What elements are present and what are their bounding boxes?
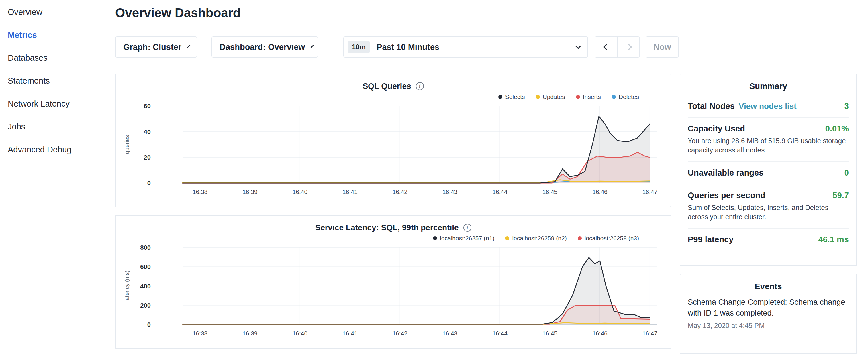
time-next-button[interactable] [617,37,639,57]
svg-text:200: 200 [140,302,151,309]
svg-text:16:39: 16:39 [242,189,258,195]
summary-row-capacity-used: Capacity Used 0.01% You are using 28.6 M… [688,118,849,162]
event-text: Schema Change Completed: Schema change w… [688,297,849,319]
now-button[interactable]: Now [646,36,679,58]
svg-text:16:47: 16:47 [643,189,658,195]
legend-label: localhost:26258 (n3) [585,235,639,242]
svg-text:16:40: 16:40 [292,189,308,195]
sql-queries-plot: 16:3816:3916:4016:4116:4216:4316:4416:45… [116,102,671,202]
graph-scope-dropdown[interactable]: Graph: Cluster [115,36,197,58]
summary-label: Capacity Used [688,124,745,133]
series-color-dot [505,236,509,240]
summary-description: Sum of Selects, Updates, Inserts, and De… [688,203,849,222]
chevron-down-icon [576,43,581,49]
svg-text:0: 0 [147,180,151,187]
chevron-left-icon [603,44,610,51]
svg-text:600: 600 [140,263,151,270]
summary-title: Summary [688,74,849,95]
chart-title-row: Service Latency: SQL, 99th percentile [116,216,671,233]
sidebar-item-overview[interactable]: Overview [0,1,115,24]
svg-text:40: 40 [144,128,151,135]
chevron-right-icon [625,44,632,51]
sidebar-item-network-latency[interactable]: Network Latency [0,92,115,115]
sidebar-item-databases[interactable]: Databases [0,46,115,69]
chart-title: SQL Queries [363,82,411,91]
sidebar-item-label: Metrics [8,30,37,40]
legend-item: localhost:26257 (n1) [433,235,494,242]
summary-row-p99-latency: P99 latency 46.1 ms [688,229,849,251]
legend-label: Updates [543,93,565,100]
time-prev-button[interactable] [595,37,617,57]
summary-value: 0 [844,168,849,178]
series-color-dot [612,95,616,99]
svg-text:800: 800 [140,244,151,251]
svg-text:queries: queries [124,135,130,154]
sidebar-item-jobs[interactable]: Jobs [0,115,115,138]
series-color-dot [536,95,540,99]
service-latency-chart-card: Service Latency: SQL, 99th percentile lo… [115,215,671,349]
legend-item: Deletes [612,93,639,100]
svg-text:16:46: 16:46 [592,330,608,336]
events-title: Events [688,275,849,295]
service-latency-plot: 16:3816:3916:4016:4116:4216:4316:4416:45… [116,243,671,344]
svg-text:60: 60 [144,102,151,110]
events-panel: Events Schema Change Completed: Schema c… [680,274,857,354]
sidebar-item-advanced-debug[interactable]: Advanced Debug [0,138,115,161]
dashboard-label: Dashboard: Overview [219,42,305,52]
svg-text:20: 20 [144,154,151,161]
svg-text:16:41: 16:41 [342,189,358,195]
info-icon[interactable] [416,82,424,90]
svg-text:16:43: 16:43 [442,189,458,195]
chart-legend: localhost:26257 (n1) localhost:26259 (n2… [116,233,671,243]
sidebar-item-label: Overview [8,7,42,17]
time-window-dropdown[interactable]: 10m Past 10 Minutes [343,36,588,58]
sql-queries-chart-card: SQL Queries Selects Updates Inserts Dele… [115,74,671,207]
summary-panel: Summary Total NodesView nodes list 3 Cap… [680,74,857,266]
sidebar-item-label: Statements [8,76,50,86]
series-color-dot [498,95,502,99]
time-pager [595,36,640,58]
svg-text:16:38: 16:38 [192,330,208,336]
graph-scope-label: Graph: Cluster [123,42,181,52]
view-nodes-list-link[interactable]: View nodes list [739,102,797,110]
time-window-label: Past 10 Minutes [376,42,439,52]
sidebar-item-statements[interactable]: Statements [0,69,115,92]
chart-legend: Selects Updates Inserts Deletes [116,92,671,102]
event-item[interactable]: Schema Change Completed: Schema change w… [688,297,849,330]
legend-label: Inserts [583,93,601,100]
chevron-down-icon [311,45,314,48]
sidebar-item-label: Network Latency [8,99,70,108]
sidebar-item-label: Databases [8,53,48,63]
svg-text:16:44: 16:44 [492,330,507,336]
legend-item: Updates [536,93,565,100]
info-icon[interactable] [463,224,471,232]
legend-item: Inserts [576,93,601,100]
svg-text:16:45: 16:45 [542,330,558,336]
dashboard-dropdown[interactable]: Dashboard: Overview [212,36,318,58]
summary-row-queries-per-second: Queries per second 59.7 Sum of Selects, … [688,185,849,229]
svg-text:16:46: 16:46 [592,189,608,195]
chart-title-row: SQL Queries [116,74,671,92]
summary-value: 46.1 ms [818,235,849,244]
chart-title: Service Latency: SQL, 99th percentile [315,223,459,232]
svg-text:400: 400 [140,283,151,290]
sidebar-item-metrics[interactable]: Metrics [0,24,115,46]
svg-text:16:44: 16:44 [492,189,507,195]
summary-label: P99 latency [688,235,734,244]
summary-row-total-nodes: Total NodesView nodes list 3 [688,95,849,118]
chevron-down-icon [187,45,190,48]
svg-text:16:40: 16:40 [292,330,308,336]
legend-label: Selects [505,93,525,100]
svg-text:16:42: 16:42 [392,330,407,336]
legend-item: Selects [498,93,525,100]
svg-text:0: 0 [147,321,151,328]
sidebar: Overview Metrics Databases Statements Ne… [0,0,115,354]
series-color-dot [433,236,437,240]
svg-text:16:47: 16:47 [643,330,658,336]
summary-row-unavailable-ranges: Unavailable ranges 0 [688,162,849,185]
svg-text:latency (ms): latency (ms) [124,270,130,301]
summary-value: 0.01% [825,124,849,133]
series-color-dot [576,95,580,99]
summary-label: Unavailable ranges [688,168,764,178]
time-window-badge: 10m [348,41,370,53]
